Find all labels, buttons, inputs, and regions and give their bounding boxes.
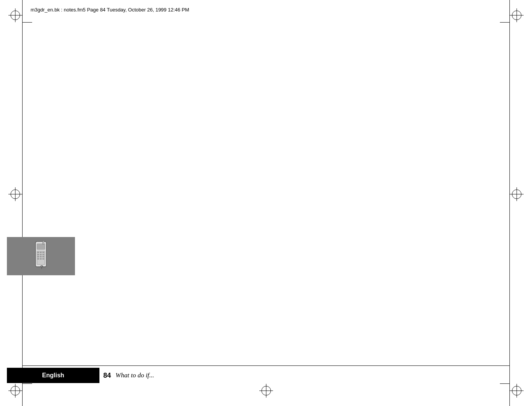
svg-rect-32 bbox=[42, 256, 44, 258]
english-label: English bbox=[42, 372, 64, 379]
svg-rect-26 bbox=[42, 252, 44, 253]
phone-image-container: ? bbox=[7, 237, 75, 275]
svg-rect-31 bbox=[40, 256, 42, 258]
svg-rect-25 bbox=[40, 252, 42, 253]
bottom-rule bbox=[22, 365, 510, 366]
svg-rect-36 bbox=[43, 241, 44, 244]
crosshair-bottom-right bbox=[510, 384, 524, 398]
header-text: m3gdr_en.bk : notes.fm5 Page 84 Tuesday,… bbox=[31, 7, 189, 13]
svg-rect-34 bbox=[40, 258, 42, 260]
svg-rect-29 bbox=[42, 254, 44, 255]
right-border bbox=[509, 0, 510, 406]
svg-text:?: ? bbox=[40, 264, 43, 270]
crosshair-middle-right bbox=[510, 187, 524, 201]
page-caption: 84 What to do if... bbox=[103, 368, 154, 383]
svg-rect-24 bbox=[37, 252, 39, 253]
page-title: What to do if... bbox=[116, 372, 154, 379]
crosshair-top-left bbox=[8, 8, 22, 22]
svg-rect-28 bbox=[40, 254, 42, 255]
page-number: 84 bbox=[103, 372, 111, 380]
bleed-mark-tl bbox=[22, 22, 32, 23]
svg-rect-30 bbox=[37, 256, 39, 258]
bleed-mark-br bbox=[500, 383, 510, 384]
bleed-mark-bl bbox=[22, 383, 32, 384]
svg-rect-33 bbox=[37, 258, 39, 260]
left-border bbox=[22, 0, 23, 406]
bleed-mark-tr bbox=[500, 22, 510, 23]
english-box: English bbox=[7, 368, 99, 383]
crosshair-middle-left bbox=[8, 187, 22, 201]
phone-icon: ? bbox=[29, 241, 52, 271]
svg-rect-22 bbox=[37, 244, 45, 250]
svg-rect-27 bbox=[37, 254, 39, 255]
svg-rect-35 bbox=[42, 258, 44, 260]
crosshair-top-right bbox=[510, 8, 524, 22]
crosshair-bottom-center bbox=[259, 384, 273, 398]
crosshair-bottom-left bbox=[8, 384, 22, 398]
